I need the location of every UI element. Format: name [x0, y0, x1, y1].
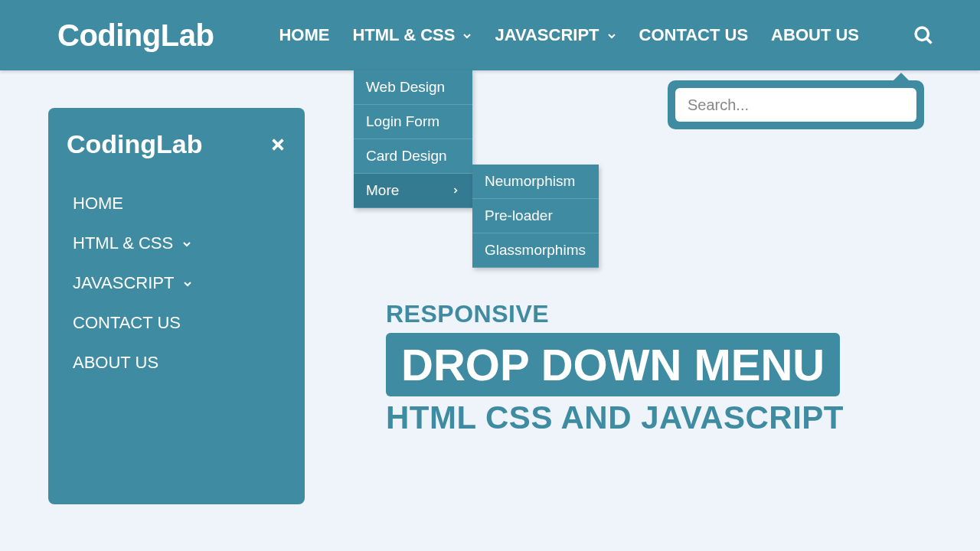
dropdown-item-glassmorphims[interactable]: Glassmorphims: [472, 233, 599, 268]
dd-label: Web Design: [366, 79, 445, 96]
sidebar-item-about[interactable]: ABOUT US: [67, 343, 286, 383]
nav-links: HOME HTML & CSS JAVASCRIPT CONTACT US AB…: [279, 24, 934, 46]
chevron-down-icon: [461, 30, 472, 41]
nav-home-label: HOME: [279, 25, 329, 45]
dropdown-more-submenu: Neumorphism Pre-loader Glassmorphims: [472, 165, 599, 268]
brand-logo[interactable]: CodingLab: [57, 18, 214, 53]
dropdown-item-preloader[interactable]: Pre-loader: [472, 199, 599, 233]
dd-label: Login Form: [366, 113, 439, 130]
dd-label: Card Design: [366, 148, 447, 165]
nav-htmlcss[interactable]: HTML & CSS: [352, 25, 472, 45]
sidebar-label: ABOUT US: [73, 353, 158, 373]
dd-label: Neumorphism: [485, 173, 575, 190]
search-icon[interactable]: [913, 24, 934, 46]
chevron-down-icon: [181, 278, 192, 289]
sidebar-item-htmlcss[interactable]: HTML & CSS: [67, 223, 286, 263]
top-navbar: CodingLab HOME HTML & CSS JAVASCRIPT CON…: [0, 0, 980, 70]
sidebar-brand: CodingLab: [67, 129, 203, 159]
svg-line-1: [926, 38, 931, 43]
chevron-right-icon: [451, 186, 460, 195]
sidebar-item-contact[interactable]: CONTACT US: [67, 303, 286, 343]
sidebar-label: JAVASCRIPT: [73, 273, 174, 293]
sidebar-label: HTML & CSS: [73, 233, 173, 253]
close-icon[interactable]: [270, 136, 286, 153]
nav-javascript[interactable]: JAVASCRIPT: [495, 25, 616, 45]
search-input[interactable]: [675, 88, 916, 122]
sidebar-label: CONTACT US: [73, 313, 181, 333]
dropdown-item-webdesign[interactable]: Web Design: [354, 70, 472, 105]
hero-subtitle: RESPONSIVE: [386, 300, 844, 328]
dd-label: More: [366, 182, 399, 199]
dropdown-htmlcss: Web Design Login Form Card Design More: [354, 70, 472, 208]
dd-label: Glassmorphims: [485, 242, 586, 259]
dd-label: Pre-loader: [485, 207, 553, 224]
chevron-down-icon: [606, 30, 616, 41]
svg-point-0: [916, 28, 928, 40]
nav-contact-label: CONTACT US: [639, 25, 749, 45]
search-popover: [668, 80, 924, 129]
sidebar-item-home[interactable]: HOME: [67, 184, 286, 223]
dropdown-item-loginform[interactable]: Login Form: [354, 105, 472, 139]
nav-contact[interactable]: CONTACT US: [639, 25, 749, 45]
nav-home[interactable]: HOME: [279, 25, 329, 45]
nav-htmlcss-label: HTML & CSS: [352, 25, 455, 45]
dropdown-item-carddesign[interactable]: Card Design: [354, 139, 472, 174]
hero-footer: HTML CSS AND JAVASCRIPT: [386, 399, 844, 436]
hero-title: DROP DOWN MENU: [386, 333, 840, 396]
dropdown-item-neumorphism[interactable]: Neumorphism: [472, 165, 599, 199]
nav-javascript-label: JAVASCRIPT: [495, 25, 599, 45]
chevron-down-icon: [181, 238, 191, 249]
sidebar-item-javascript[interactable]: JAVASCRIPT: [67, 263, 286, 303]
sidebar-label: HOME: [73, 194, 123, 214]
nav-about[interactable]: ABOUT US: [771, 25, 859, 45]
sidebar-header: CodingLab: [67, 129, 286, 159]
hero-section: RESPONSIVE DROP DOWN MENU HTML CSS AND J…: [386, 300, 844, 436]
dropdown-item-more[interactable]: More: [354, 174, 472, 208]
sidebar-panel: CodingLab HOME HTML & CSS JAVASCRIPT CON…: [48, 108, 305, 504]
nav-about-label: ABOUT US: [771, 25, 859, 45]
